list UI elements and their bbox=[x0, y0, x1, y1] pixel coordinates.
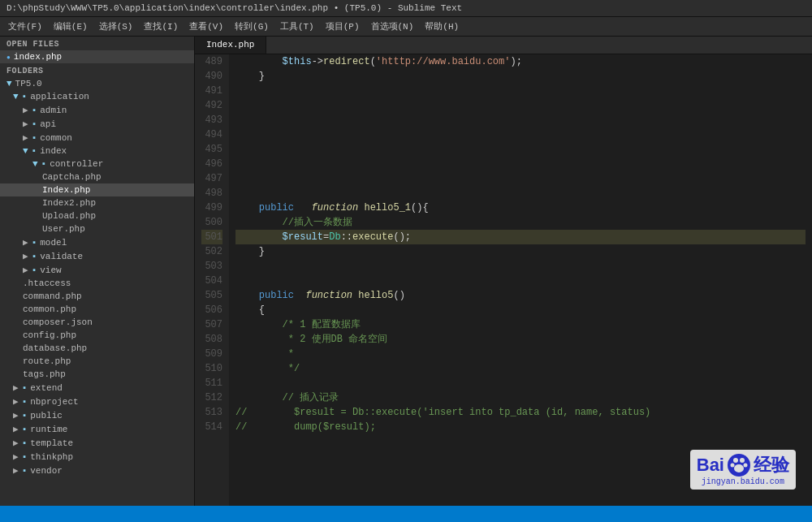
folder-validate[interactable]: ▶ ▪ validate bbox=[0, 249, 194, 263]
folder-model[interactable]: ▶ ▪ model bbox=[0, 235, 194, 249]
folder-arrow-icon: ▶ bbox=[23, 132, 28, 143]
folder-arrow-icon: ▶ bbox=[23, 119, 28, 129]
folder-icon: ▪ bbox=[32, 252, 37, 261]
menu-help[interactable]: 帮助(H) bbox=[420, 19, 464, 34]
folder-validate-label: validate bbox=[40, 252, 83, 261]
code-line-492 bbox=[235, 98, 806, 113]
folder-model-label: model bbox=[40, 238, 67, 248]
folder-extend[interactable]: ▶ ▪ extend bbox=[0, 381, 194, 395]
file-command[interactable]: command.php bbox=[0, 290, 194, 303]
file-upload-label: Upload.php bbox=[42, 211, 96, 221]
folder-index-label: index bbox=[40, 146, 67, 156]
tab-index[interactable]: Index.php bbox=[195, 37, 266, 54]
folder-template-label: template bbox=[30, 438, 73, 448]
open-file-label: index.php bbox=[14, 52, 62, 62]
folder-controller-label: controller bbox=[50, 159, 103, 169]
code-line-507: /* 1 配置数据库 bbox=[235, 317, 806, 332]
code-line-499: public function hello5_1(){ bbox=[235, 201, 806, 215]
status-bar bbox=[0, 506, 812, 521]
menu-find[interactable]: 查找(I) bbox=[139, 19, 183, 34]
folder-thinkphp[interactable]: ▶ ▪ thinkphp bbox=[0, 450, 194, 464]
main-layout: OPEN FILES ● index.php FOLDERS ▼ TP5.0 ▼… bbox=[0, 37, 812, 521]
folder-index[interactable]: ▼ ▪ index bbox=[0, 145, 194, 157]
code-line-506: { bbox=[235, 303, 806, 317]
folder-vendor[interactable]: ▶ ▪ vendor bbox=[0, 464, 194, 477]
folder-arrow-icon: ▶ bbox=[13, 438, 19, 448]
folder-runtime-label: runtime bbox=[30, 425, 67, 434]
code-line-490: } bbox=[235, 69, 806, 84]
folder-api[interactable]: ▶ ▪ api bbox=[0, 117, 194, 131]
folder-arrow-icon: ▼ bbox=[6, 79, 12, 88]
folder-application[interactable]: ▼ ▪ application bbox=[0, 90, 194, 103]
open-files-title: OPEN FILES bbox=[0, 37, 194, 50]
menu-view[interactable]: 查看(V) bbox=[184, 19, 228, 34]
folder-icon: ▪ bbox=[32, 119, 37, 129]
folder-view-label: view bbox=[40, 265, 61, 275]
code-line-514: // dump($result); bbox=[235, 420, 806, 434]
folder-tp50[interactable]: ▼ TP5.0 bbox=[0, 77, 194, 90]
file-composer[interactable]: composer.json bbox=[0, 316, 194, 329]
folder-arrow-icon: ▶ bbox=[13, 396, 19, 407]
file-htaccess[interactable]: .htaccess bbox=[0, 277, 194, 290]
file-route[interactable]: route.php bbox=[0, 355, 194, 368]
file-config[interactable]: config.php bbox=[0, 329, 194, 342]
code-line-502: } bbox=[235, 244, 806, 259]
folder-admin[interactable]: ▶ ▪ admin bbox=[0, 103, 194, 117]
code-line-509: * bbox=[235, 347, 806, 361]
folder-common-label: common bbox=[40, 133, 72, 143]
menu-tools[interactable]: 工具(T) bbox=[275, 19, 319, 34]
code-line-505: public function hello5() bbox=[235, 288, 806, 303]
folder-nbproject[interactable]: ▶ ▪ nbproject bbox=[0, 395, 194, 408]
folder-controller[interactable]: ▼ ▪ controller bbox=[0, 157, 194, 170]
folder-tp50-label: TP5.0 bbox=[15, 79, 42, 88]
file-common-php[interactable]: common.php bbox=[0, 303, 194, 316]
folder-public[interactable]: ▶ ▪ public bbox=[0, 408, 194, 422]
line-numbers: 489 490 491 492 493 494 495 496 497 498 … bbox=[195, 54, 229, 521]
code-line-498 bbox=[235, 186, 806, 201]
file-captcha[interactable]: Captcha.php bbox=[0, 170, 194, 183]
folder-icon: ▪ bbox=[32, 106, 37, 115]
folder-template[interactable]: ▶ ▪ template bbox=[0, 436, 194, 450]
code-line-510: */ bbox=[235, 361, 806, 376]
folder-icon: ▪ bbox=[32, 146, 37, 156]
open-file-index[interactable]: ● index.php bbox=[0, 50, 194, 63]
menu-goto[interactable]: 转到(G) bbox=[230, 19, 274, 34]
code-line-504 bbox=[235, 274, 806, 288]
menu-select[interactable]: 选择(S) bbox=[94, 19, 138, 34]
file-database-label: database.php bbox=[23, 343, 87, 353]
file-htaccess-label: .htaccess bbox=[23, 278, 71, 288]
code-area[interactable]: 489 490 491 492 493 494 495 496 497 498 … bbox=[195, 54, 812, 521]
file-captcha-label: Captcha.php bbox=[42, 172, 102, 182]
code-line-489: $this->redirect('htttp://www.baidu.com')… bbox=[235, 54, 806, 69]
folder-arrow-icon: ▶ bbox=[23, 265, 28, 275]
file-upload[interactable]: Upload.php bbox=[0, 209, 194, 222]
folder-icon: ▪ bbox=[22, 466, 28, 476]
menu-project[interactable]: 项目(P) bbox=[321, 19, 365, 34]
folder-admin-label: admin bbox=[40, 106, 67, 115]
title-bar: D:\phpStudy\WWW\TP5.0\application\index\… bbox=[0, 0, 812, 17]
file-tags[interactable]: tags.php bbox=[0, 368, 194, 381]
file-route-label: route.php bbox=[23, 356, 71, 366]
folder-arrow-icon: ▼ bbox=[32, 159, 38, 169]
code-content[interactable]: $this->redirect('htttp://www.baidu.com')… bbox=[229, 54, 812, 521]
file-database[interactable]: database.php bbox=[0, 342, 194, 355]
folder-runtime[interactable]: ▶ ▪ runtime bbox=[0, 422, 194, 436]
menu-file[interactable]: 文件(F) bbox=[3, 19, 47, 34]
file-tags-label: tags.php bbox=[23, 369, 66, 379]
file-index2-label: Index2.php bbox=[42, 198, 96, 208]
folder-icon: ▪ bbox=[41, 159, 47, 169]
file-index[interactable]: Index.php bbox=[0, 183, 194, 196]
file-index2[interactable]: Index2.php bbox=[0, 196, 194, 209]
file-user[interactable]: User.php bbox=[0, 222, 194, 235]
tab-bar: Index.php bbox=[195, 37, 812, 54]
folder-arrow-icon: ▶ bbox=[13, 382, 19, 393]
menu-edit[interactable]: 编辑(E) bbox=[49, 19, 93, 34]
menu-preferences[interactable]: 首选项(N) bbox=[366, 19, 419, 34]
folder-common[interactable]: ▶ ▪ common bbox=[0, 131, 194, 145]
folder-view[interactable]: ▶ ▪ view bbox=[0, 263, 194, 277]
code-line-495 bbox=[235, 142, 806, 157]
folder-application-label: application bbox=[30, 92, 89, 101]
file-command-label: command.php bbox=[23, 291, 82, 301]
editor-area: Index.php 489 490 491 492 493 494 495 49… bbox=[195, 37, 812, 521]
folder-vendor-label: vendor bbox=[30, 466, 63, 476]
